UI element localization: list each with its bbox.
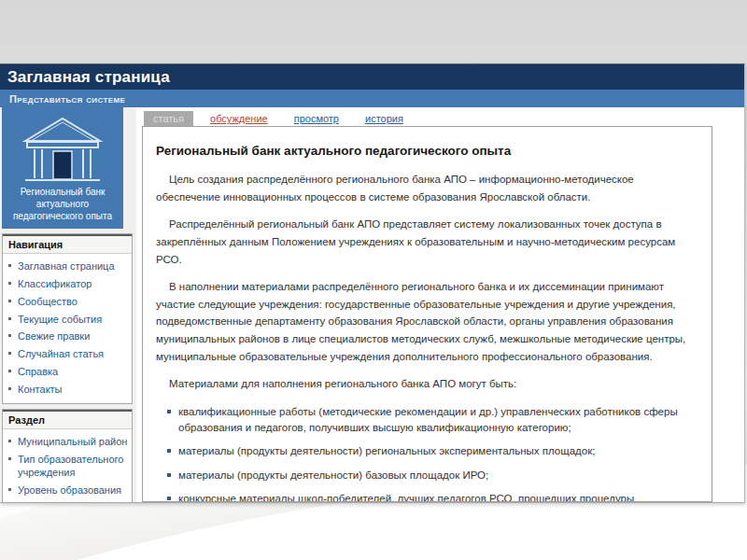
sidebar-section-title: Навигация	[3, 234, 132, 254]
article-paragraph: Цель создания распределённого региональн…	[156, 171, 693, 205]
main-content-area: статья обсуждение просмотр история Регио…	[136, 107, 744, 502]
login-bar: Представиться системе	[0, 90, 744, 107]
login-link[interactable]: Представиться системе	[9, 93, 125, 105]
classical-building-icon	[6, 113, 120, 182]
sidebar-item-recent-changes[interactable]: Свежие правки	[7, 328, 130, 345]
bullet-item: квалификационные работы (методические ре…	[165, 404, 693, 437]
sidebar-item-main-page[interactable]: Заглавная страница	[7, 258, 130, 275]
sidebar-item-municipal-district[interactable]: Муниципальный район	[7, 433, 130, 451]
sidebar-item-help[interactable]: Справка	[7, 363, 130, 381]
bullet-item: конкурсные материалы школ-победителей, л…	[165, 491, 693, 502]
site-logo[interactable]: Региональный банк актуального педагогиче…	[2, 107, 123, 229]
page-tabs: статья обсуждение просмотр история	[144, 107, 712, 126]
wiki-body: Региональный банк актуального педагогиче…	[0, 107, 744, 502]
tab-history[interactable]: история	[365, 111, 403, 126]
sidebar-razdel-list: Муниципальный район Тип образовательного…	[3, 429, 132, 503]
page-title: Заглавная страница	[7, 68, 170, 87]
sidebar-item-community[interactable]: Сообщество	[7, 293, 130, 311]
site-logo-caption: Региональный банк актуального педагогиче…	[6, 186, 120, 222]
sidebar-item-work-direction[interactable]: Направление работы	[7, 499, 130, 503]
bullet-item: материалы (продукты деятельности) базовы…	[165, 468, 693, 483]
sidebar-section-navigation: Навигация Заглавная страница Классификат…	[2, 233, 133, 404]
sidebar-section-razdel: Раздел Муниципальный район Тип образоват…	[2, 409, 133, 503]
tab-view[interactable]: просмотр	[294, 111, 339, 126]
sidebar-nav-list: Заглавная страница Классификатор Сообщес…	[3, 254, 132, 403]
bullet-item: материалы (продукты деятельности) регион…	[165, 443, 693, 459]
sidebar-item-random-article[interactable]: Случайная статья	[7, 345, 130, 363]
sidebar-item-classifier[interactable]: Классификатор	[7, 275, 130, 293]
sidebar-item-current-events[interactable]: Текущие события	[7, 311, 130, 329]
sidebar-section-title: Раздел	[3, 410, 132, 429]
article-heading: Региональный банк актуального педагогиче…	[156, 144, 693, 158]
article-paragraph: В наполнении материалами распределённого…	[156, 278, 693, 365]
tab-discussion[interactable]: обсуждение	[210, 111, 268, 126]
tab-article[interactable]: статья	[144, 111, 193, 126]
sidebar-item-contacts[interactable]: Контакты	[7, 381, 130, 399]
sidebar-item-education-level[interactable]: Уровень образования	[7, 482, 130, 499]
article-panel: Региональный банк актуального педагогиче…	[142, 126, 712, 502]
page-title-bar: Заглавная страница	[0, 64, 744, 90]
wiki-screenshot-frame: Заглавная страница Представиться системе	[0, 63, 745, 503]
article-paragraph: Материалами для наполнения регионального…	[156, 375, 693, 393]
article-paragraph: Распределённый региональный банк АПО пре…	[156, 216, 693, 268]
sidebar: Региональный банк актуального педагогиче…	[0, 107, 136, 502]
sidebar-item-institution-type[interactable]: Тип образовательного учреждения	[7, 451, 130, 483]
article-bullet-list: квалификационные работы (методические ре…	[165, 404, 693, 502]
